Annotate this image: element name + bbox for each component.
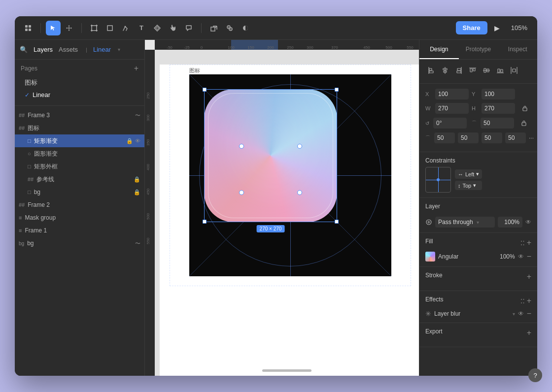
handle-tl[interactable] [203, 88, 207, 92]
blur-visibility-icon[interactable]: 👁 [518, 310, 524, 317]
layer-mask-group[interactable]: ≡ Mask group [15, 211, 144, 224]
corner-options-button[interactable] [518, 117, 530, 129]
corner-radius-input[interactable] [481, 118, 514, 129]
corner-tr-input[interactable] [458, 132, 479, 143]
y-input[interactable] [482, 89, 515, 99]
component-tool-button[interactable] [150, 21, 165, 35]
svg-rect-26 [429, 71, 433, 73]
effects-section: Effects :: + ✳ Layer blur ▾ 👁 − [419, 291, 537, 323]
more-options-button[interactable]: ··· [529, 132, 534, 144]
design-frame[interactable]: 270 × 270 [189, 74, 391, 276]
align-left-edges[interactable] [425, 65, 437, 76]
pen-tool-button[interactable] [118, 21, 133, 35]
move-tool-button[interactable] [62, 21, 76, 35]
export-add-button[interactable]: + [527, 329, 531, 337]
tab-prototype[interactable]: Prototype [459, 40, 498, 59]
layer-visibility-icon[interactable]: 👁 [525, 219, 531, 226]
plugin-tool-button[interactable] [222, 21, 237, 35]
align-v-center[interactable] [481, 65, 492, 76]
canvas-content[interactable]: 图标 [155, 50, 419, 376]
hand-tool-button[interactable] [166, 21, 180, 35]
align-top-edges[interactable] [467, 65, 479, 76]
effects-add-button[interactable]: + [527, 297, 531, 305]
layer-bg-inner[interactable]: □ bg 🔒 [15, 186, 144, 198]
svg-point-19 [230, 29, 231, 30]
fill-add-button[interactable]: + [527, 239, 531, 247]
comment-tool-button[interactable] [181, 21, 196, 35]
align-bottom-edges[interactable] [494, 65, 506, 76]
layer-guide[interactable]: ## 参考线 🔒 [15, 173, 144, 186]
share-button[interactable]: Share [456, 21, 487, 34]
left-panel: 🔍 Layers Assets | Linear ▾ Pages + 图标 ✓ … [15, 40, 145, 376]
layer-opacity-input[interactable] [498, 217, 522, 228]
layer-frame3[interactable]: ## Frame 3 〜 [15, 109, 144, 122]
tab-design[interactable]: Design [419, 40, 459, 59]
constraint-v-label: Top [463, 183, 472, 189]
page-item-icon[interactable]: 图标 [21, 76, 138, 89]
tab-assets[interactable]: Assets [59, 46, 78, 53]
current-page-label[interactable]: Linear [93, 46, 111, 53]
layer-circle-gradient[interactable]: ○ 圆形渐变 [15, 147, 144, 160]
page-item-linear[interactable]: ✓ Linear [21, 89, 138, 100]
h-input[interactable] [482, 103, 515, 114]
layer-frame1[interactable]: ≡ Frame 1 [15, 224, 144, 237]
layer-bg-outer[interactable]: bg bg 〜 [15, 237, 144, 250]
icon-inner-border [208, 93, 333, 218]
canvas-scrollbar[interactable] [262, 369, 311, 372]
corner-bl-input[interactable] [482, 132, 502, 143]
fill-swatch[interactable] [425, 252, 435, 261]
align-h-center[interactable] [439, 65, 451, 76]
contrast-tool-button[interactable] [238, 21, 253, 35]
layer-rect-gradient-actions: 🔒 👁 [126, 138, 140, 144]
fill-visibility-icon[interactable]: 👁 [518, 253, 524, 260]
lock-aspect-button[interactable] [519, 102, 531, 114]
select-tool-button[interactable] [46, 21, 61, 35]
tab-layers[interactable]: Layers [34, 46, 53, 53]
layer-mode-select[interactable]: Pass through ▾ [435, 217, 495, 228]
search-icon[interactable]: 🔍 [20, 46, 28, 53]
y-label: Y [472, 91, 479, 97]
corner-br-input[interactable] [505, 132, 526, 143]
menu-button[interactable] [21, 21, 35, 35]
scale-tool-button[interactable] [207, 21, 221, 35]
text-tool-button[interactable]: T [134, 21, 149, 35]
effects-grid-button[interactable]: :: [520, 297, 525, 305]
blur-chevron[interactable]: ▾ [513, 311, 515, 317]
layer-rect-border[interactable]: □ 矩形外框 [15, 160, 144, 173]
svg-rect-15 [211, 27, 215, 31]
fill-type-label[interactable]: Angular [438, 253, 492, 260]
handle-bl[interactable] [203, 220, 207, 224]
help-button[interactable]: ? [528, 368, 542, 382]
constraint-h-select[interactable]: ↔ Left ▾ [455, 169, 482, 179]
w-input[interactable] [435, 103, 469, 114]
rect-tool-button[interactable] [103, 21, 117, 35]
tab-inspect[interactable]: Inspect [498, 40, 537, 59]
icon-element[interactable]: 270 × 270 [204, 89, 337, 222]
constraints-section: Constraints ↔ Left ▾ ↕ [419, 152, 537, 198]
handle-br[interactable] [335, 220, 339, 224]
blur-remove-button[interactable]: − [527, 310, 531, 318]
fill-opacity-value[interactable]: 100% [495, 253, 515, 260]
fill-remove-button[interactable]: − [527, 253, 531, 261]
x-input[interactable] [435, 89, 469, 99]
page-linear-label: Linear [33, 91, 50, 98]
constraints-title: Constraints [425, 157, 531, 164]
rotation-input[interactable] [433, 118, 467, 129]
play-button[interactable]: ▶ [490, 21, 504, 35]
align-right-edges[interactable] [453, 65, 465, 76]
distribute-h[interactable] [508, 65, 520, 76]
corner-tl-input[interactable] [434, 132, 455, 143]
handle-tr[interactable] [335, 88, 339, 92]
add-page-button[interactable]: + [134, 65, 138, 72]
layer-icon-frame[interactable]: ## 图标 [15, 122, 144, 134]
radius-row: ⌒ ··· [425, 132, 531, 144]
divider-3 [201, 23, 202, 33]
stroke-add-button[interactable]: + [527, 273, 531, 281]
canvas-area[interactable]: -50 -25 0 100 150 200 250 300 370 450 50… [145, 40, 419, 376]
frame-tool-button[interactable] [87, 21, 102, 35]
layer-frame2[interactable]: ## Frame 2 [15, 198, 144, 211]
layer-rect-gradient[interactable]: □ 矩形渐变 🔒 👁 [15, 134, 144, 147]
corner-tl-icon: ⌒ [425, 134, 430, 141]
fill-grid-button[interactable]: :: [520, 239, 525, 247]
zoom-control[interactable]: 105% [507, 22, 531, 33]
